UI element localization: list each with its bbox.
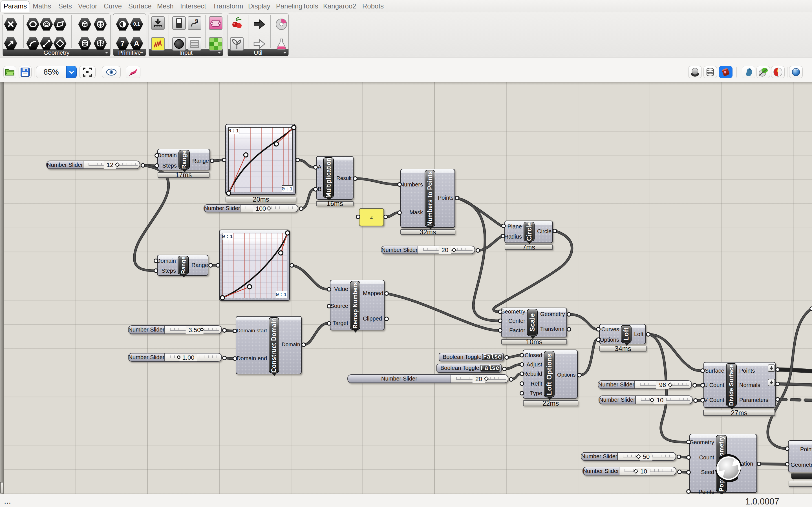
svg-text:5: 5: [195, 18, 198, 24]
